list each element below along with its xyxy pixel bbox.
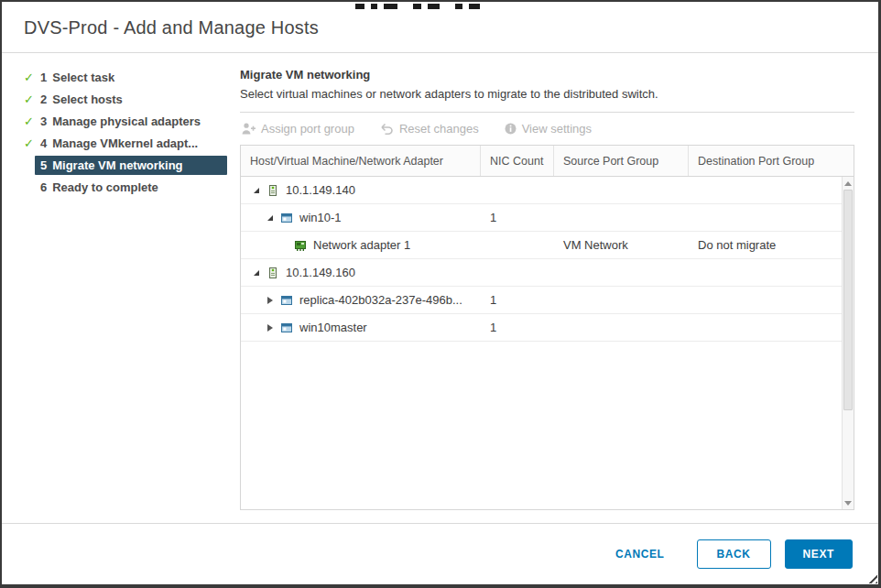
expander-icon[interactable] [254, 188, 266, 193]
step-number: 3 [40, 114, 47, 128]
step-label: Ready to complete [52, 180, 158, 194]
host-icon [266, 184, 279, 197]
step-label: Migrate VM networking [52, 158, 182, 172]
step-manage-vmkernel-adapters[interactable]: ✓ 4Manage VMkernel adapt... [24, 132, 233, 154]
step-select-task[interactable]: ✓ 1Select task [24, 66, 233, 88]
step-number: 5 [40, 158, 47, 172]
table-row-vm[interactable]: win10-1 1 [241, 204, 842, 232]
nic-count-cell: 1 [481, 211, 554, 224]
reset-changes-label: Reset changes [399, 122, 479, 136]
step-migrate-vm-networking[interactable]: 5Migrate VM networking [24, 154, 233, 176]
step-ready-to-complete[interactable]: 6Ready to complete [24, 176, 233, 198]
dialog-title: DVS-Prod - Add and Manage Hosts [24, 17, 856, 38]
back-button[interactable]: BACK [697, 539, 771, 569]
row-name: 10.1.149.140 [286, 183, 355, 197]
column-header-destination-port-group[interactable]: Destination Port Group [689, 146, 854, 176]
wizard-steps: ✓ 1Select task ✓ 2Select hosts ✓ 3Manage… [2, 53, 233, 523]
table-row-host[interactable]: 10.1.149.140 [241, 177, 842, 204]
vm-icon [280, 321, 293, 334]
clipped-page-text [355, 3, 480, 9]
step-label: Select hosts [52, 93, 123, 106]
row-name: 10.1.149.160 [286, 266, 355, 279]
add-and-manage-hosts-dialog: DVS-Prod - Add and Manage Hosts ✓ 1Selec… [0, 0, 881, 588]
step-select-hosts[interactable]: ✓ 2Select hosts [24, 88, 233, 110]
view-settings-icon [505, 123, 517, 135]
assign-port-group-label: Assign port group [261, 122, 354, 136]
view-settings-label: View settings [522, 122, 592, 136]
clipped-text-artifact [413, 4, 421, 9]
vm-icon [280, 294, 293, 307]
clipped-text-artifact [371, 4, 377, 9]
dialog-footer: CANCEL BACK NEXT [2, 523, 878, 584]
column-header-nic-count[interactable]: NIC Count [481, 146, 554, 176]
clipped-text-artifact [384, 4, 397, 9]
source-port-group-cell: VM Network [554, 238, 689, 252]
view-settings-button[interactable]: View settings [505, 122, 592, 136]
clipped-text-artifact [428, 4, 440, 9]
scroll-down-button[interactable] [843, 496, 854, 509]
vm-icon [280, 212, 293, 224]
table-row-network-adapter[interactable]: Network adapter 1 VM Network Do not migr… [241, 232, 842, 259]
table-row-vm[interactable]: replica-402b032a-237e-496b... 1 [241, 287, 842, 314]
clipped-text-artifact [455, 4, 462, 9]
table-rows: 10.1.149.140 [241, 177, 842, 509]
host-icon [266, 267, 279, 279]
vertical-scrollbar[interactable] [842, 177, 854, 509]
nic-count-cell: 1 [481, 321, 554, 334]
next-button[interactable]: NEXT [785, 539, 853, 569]
network-adapter-icon [294, 239, 307, 252]
step-label: Select task [52, 71, 114, 84]
assign-port-group-button[interactable]: Assign port group [242, 122, 354, 136]
dialog-titlebar: DVS-Prod - Add and Manage Hosts [2, 2, 878, 53]
step-label: Manage VMkernel adapt... [52, 136, 198, 150]
table-row-host[interactable]: 10.1.149.160 [241, 259, 842, 287]
step-number: 1 [40, 71, 47, 84]
column-header-name[interactable]: Host/Virtual Machine/Network Adapter [241, 146, 481, 176]
clipped-text-artifact [469, 4, 480, 9]
cancel-button[interactable]: CANCEL [606, 539, 674, 569]
migrate-vm-networking-panel: Migrate VM networking Select virtual mac… [233, 53, 878, 523]
row-name: win10-1 [299, 211, 342, 224]
step-number: 2 [40, 93, 47, 106]
row-name: replica-402b032a-237e-496b... [299, 293, 462, 307]
vm-networking-table: Host/Virtual Machine/Network Adapter NIC… [240, 145, 854, 510]
expander-icon[interactable] [267, 297, 280, 304]
destination-port-group-cell: Do not migrate [689, 238, 842, 252]
expander-icon[interactable] [267, 215, 280, 221]
assign-port-group-icon [242, 123, 256, 135]
table-body: 10.1.149.140 [241, 177, 854, 509]
step-number: 6 [40, 180, 47, 194]
expander-icon[interactable] [267, 324, 280, 332]
panel-heading: Migrate VM networking [240, 68, 854, 82]
panel-description: Select virtual machines or network adapt… [240, 87, 854, 101]
reset-changes-button[interactable]: Reset changes [380, 122, 479, 136]
expander-icon[interactable] [254, 270, 266, 276]
table-header-row: Host/Virtual Machine/Network Adapter NIC… [241, 146, 854, 177]
column-header-source-port-group[interactable]: Source Port Group [554, 146, 689, 176]
reset-changes-icon [380, 123, 394, 135]
row-name: Network adapter 1 [313, 238, 410, 252]
row-name: win10master [299, 321, 367, 334]
clipped-text-artifact [355, 4, 364, 9]
table-row-vm[interactable]: win10master 1 [241, 314, 842, 342]
scrollbar-thumb[interactable] [843, 190, 853, 410]
step-manage-physical-adapters[interactable]: ✓ 3Manage physical adapters [24, 110, 233, 132]
step-label: Manage physical adapters [52, 114, 201, 128]
scroll-up-button[interactable] [843, 177, 854, 190]
table-toolbar: Assign port group Reset changes View set… [240, 113, 854, 145]
scrollbar-track[interactable] [843, 190, 854, 496]
nic-count-cell: 1 [481, 293, 554, 307]
step-number: 4 [40, 136, 47, 150]
